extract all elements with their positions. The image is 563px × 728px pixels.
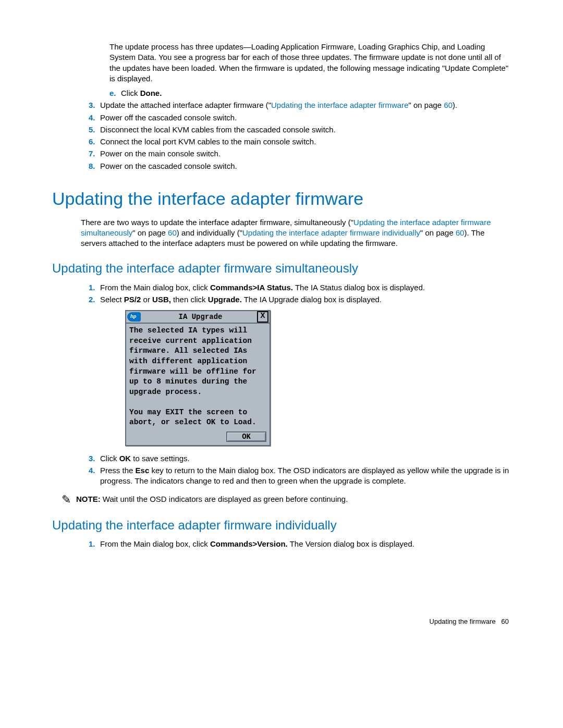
sim-step-4: 4. Press the Esc key to return to the Ma… xyxy=(89,465,511,487)
note-label: NOTE: xyxy=(76,495,101,503)
substep-e: e. Click Done. xyxy=(109,88,511,98)
ia-upgrade-dialog: IA Upgrade X The selected IA types will … xyxy=(125,310,271,446)
link-page-60a[interactable]: 60 xyxy=(168,228,177,237)
note-text: Wait until the OSD indicators are displa… xyxy=(101,495,348,503)
step-3-link[interactable]: Updating the interface adapter firmware xyxy=(271,101,408,109)
h2-simultaneously: Updating the interface adapter firmware … xyxy=(52,260,511,277)
hp-logo-icon xyxy=(127,312,141,322)
step-5: 5.Disconnect the local KVM cables from t… xyxy=(89,125,511,135)
footer-page: 60 xyxy=(501,618,509,625)
step-3-end: ). xyxy=(452,101,457,109)
step-6: 6.Connect the local port KVM cables to t… xyxy=(89,137,511,147)
note-block: ✎ NOTE: Wait until the OSD indicators ar… xyxy=(62,494,511,505)
step-3-number: 3. xyxy=(89,100,100,110)
step-7: 7.Power on the main console switch. xyxy=(89,149,511,159)
link-page-60b[interactable]: 60 xyxy=(456,228,464,237)
note-icon: ✎ xyxy=(62,494,71,505)
sim-step-1: 1. From the Main dialog box, click Comma… xyxy=(89,282,511,293)
step-3-post: " on page xyxy=(409,101,444,109)
h2-individually: Updating the interface adapter firmware … xyxy=(52,517,511,534)
close-icon[interactable]: X xyxy=(257,311,268,323)
link-individually[interactable]: Updating the interface adapter firmware … xyxy=(242,228,420,237)
ind-step-1: 1. From the Main dialog box, click Comma… xyxy=(89,539,511,549)
substep-e-bold: Done. xyxy=(140,89,162,97)
sim-step-3: 3. Click OK to save settings. xyxy=(89,453,511,464)
page-footer: Updating the firmware 60 xyxy=(52,617,511,626)
step-3: 3. Update the attached interface adapter… xyxy=(89,100,511,110)
dialog-body-text: The selected IA types will receive curre… xyxy=(126,324,270,429)
substep-e-prefix: Click xyxy=(121,89,140,97)
dialog-title: IA Upgrade xyxy=(144,312,257,322)
intro-paragraph: The update process has three updates—Loa… xyxy=(109,42,511,84)
sim-step-2: 2. Select PS/2 or USB, then click Upgrad… xyxy=(89,294,511,305)
step-3-page-link[interactable]: 60 xyxy=(444,101,452,109)
footer-text: Updating the firmware xyxy=(430,618,496,625)
h1-updating-interface-adapter-firmware: Updating the interface adapter firmware xyxy=(52,187,511,211)
h1-paragraph: There are two ways to update the interfa… xyxy=(81,217,511,249)
substep-e-letter: e. xyxy=(109,88,121,98)
step-4: 4.Power off the cascaded console switch. xyxy=(89,113,511,123)
step-3-pre: Update the attached interface adapter fi… xyxy=(100,101,271,109)
step-8: 8.Power on the cascaded console switch. xyxy=(89,161,511,171)
ok-button[interactable]: OK xyxy=(226,431,266,442)
